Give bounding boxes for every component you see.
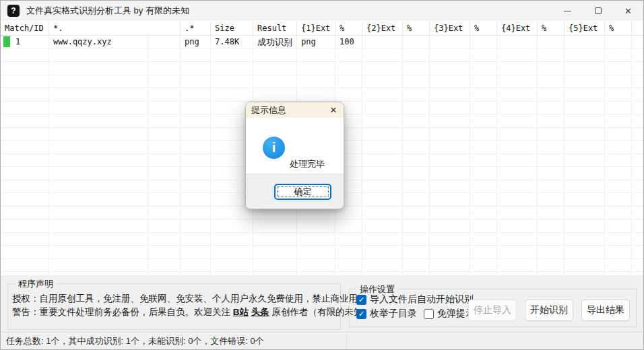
table-cell: png: [297, 36, 335, 48]
dialog-title: 提示信息: [251, 104, 286, 116]
ok-button[interactable]: 确定: [274, 184, 331, 200]
maximize-button[interactable]: [583, 1, 613, 21]
toutiao-link[interactable]: 头条: [251, 307, 269, 317]
table-header: Match/ID*..*SizeResult{1}Ext%{2}Ext%{3}E…: [1, 21, 643, 36]
empty-row: [1, 88, 643, 102]
column-header-4[interactable]: Result: [253, 21, 297, 35]
column-header-11[interactable]: {4}Ext: [497, 21, 538, 35]
export-results-button[interactable]: 导出结果: [581, 300, 630, 321]
empty-row: [1, 62, 643, 75]
empty-row: [1, 272, 643, 275]
declaration-groupbox: 程序声明 授权：自用原创工具，免注册、免联网、免安装、个人用户永久免费使用，禁止…: [7, 283, 341, 330]
statusbar-separator: [346, 335, 347, 347]
checkbox-label: 导入文件后自动开始识别: [370, 293, 474, 306]
stop-import-button[interactable]: 停止导入: [468, 300, 517, 321]
dialog-message: 处理完毕: [290, 158, 325, 170]
checkbox-icon: [424, 309, 434, 319]
status-text: 任务总数: 1个，其中成功识别: 1个，未能识别: 0个，文件错误: 0个: [6, 335, 264, 347]
empty-row: [1, 259, 643, 273]
checkbox-enum-subdir[interactable]: ✓ 枚举子目录: [356, 308, 417, 320]
table-cell: [565, 36, 605, 48]
close-icon: ✕: [330, 105, 337, 115]
dialog-body: i 处理完毕: [246, 118, 344, 175]
dialog-close-button[interactable]: ✕: [323, 102, 344, 118]
checkbox-label: 枚举子目录: [370, 308, 417, 320]
column-header-14[interactable]: %: [605, 21, 632, 35]
bilibili-link[interactable]: B站: [233, 307, 249, 317]
column-header-7[interactable]: {2}Ext: [362, 21, 403, 35]
checkbox-icon: ✓: [356, 295, 366, 305]
close-button[interactable]: ✕: [613, 1, 643, 21]
column-header-0[interactable]: Match/ID: [1, 21, 49, 35]
info-icon: i: [263, 137, 285, 159]
authorization-line: 授权：自用原创工具，免注册、免联网、免安装、个人用户永久免费使用，禁止商业用途: [12, 292, 340, 306]
window-controls: ✕: [552, 1, 643, 21]
checkbox-row-1: ✓ 导入文件后自动开始识别: [356, 294, 480, 305]
table-cell: [362, 36, 403, 48]
table-row[interactable]: 1www.qqzy.xyzpng7.48K成功识别png100: [1, 36, 643, 49]
close-icon: ✕: [624, 6, 632, 16]
column-header-8[interactable]: %: [403, 21, 430, 35]
warning-line: 警告：重要文件处理前务必备份，后果自负。欢迎关注 B站 头条 原创作者（有限的未…: [12, 306, 340, 319]
titlebar: ? 文件真实格式识别分析工具 by 有限的未知 ✕: [1, 1, 643, 21]
table-cell: 成功识别: [253, 36, 297, 48]
column-header-12[interactable]: %: [538, 21, 565, 35]
app-icon: ?: [7, 5, 20, 17]
status-swatch: [3, 36, 10, 47]
column-header-3[interactable]: Size: [211, 21, 253, 35]
empty-row: [1, 246, 643, 259]
column-header-2[interactable]: .*: [181, 21, 211, 35]
table-cell: 1: [1, 36, 49, 48]
table-cell: [403, 36, 430, 48]
table-cell: [538, 36, 565, 48]
declaration-legend: 程序声明: [15, 278, 57, 290]
checkbox-row-2: ✓ 枚举子目录 免弹提示: [356, 308, 482, 319]
minimize-button[interactable]: [552, 1, 583, 21]
empty-row: [1, 233, 643, 246]
empty-row: [1, 219, 643, 233]
column-header-13[interactable]: {5}Ext: [565, 21, 605, 35]
start-recognize-button[interactable]: 开始识别: [525, 300, 573, 321]
dialog-titlebar: 提示信息 ✕: [246, 102, 344, 118]
declaration-text: 授权：自用原创工具，免注册、免联网、免安装、个人用户永久免费使用，禁止商业用途 …: [8, 284, 340, 319]
checkbox-auto-start[interactable]: ✓ 导入文件后自动开始识别: [356, 293, 474, 306]
column-header-6[interactable]: %: [335, 21, 362, 35]
message-dialog: 提示信息 ✕ i 处理完毕 确定: [245, 102, 344, 209]
table-cell: 100: [335, 36, 362, 48]
table-cell: [605, 36, 632, 48]
dialog-footer: 确定: [246, 174, 344, 209]
table-cell: [470, 36, 497, 48]
window-title: 文件真实格式识别分析工具 by 有限的未知: [26, 5, 189, 17]
table-cell: www.qqzy.xyz: [49, 36, 181, 48]
settings-groupbox: 操作设置 ✓ 导入文件后自动开始识别 ✓ 枚举子目录 免弹提示 停止导入 开始识…: [349, 289, 637, 327]
table-cell: [497, 36, 538, 48]
column-header-9[interactable]: {3}Ext: [430, 21, 470, 35]
table-cell: [430, 36, 470, 48]
checkbox-no-popup[interactable]: 免弹提示: [424, 308, 475, 320]
empty-row: [1, 49, 643, 63]
maximize-icon: [595, 7, 602, 14]
table-cell: 7.48K: [211, 36, 253, 48]
app-window: ? 文件真实格式识别分析工具 by 有限的未知 ✕ Match/ID*..*Si…: [0, 0, 644, 350]
status-bar: 任务总数: 1个，其中成功识别: 1个，未能识别: 0个，文件错误: 0个: [1, 332, 643, 349]
column-header-10[interactable]: %: [470, 21, 497, 35]
column-header-5[interactable]: {1}Ext: [297, 21, 335, 35]
checkbox-icon: ✓: [356, 309, 366, 319]
minimize-icon: [564, 11, 571, 11]
table-cell: png: [181, 36, 211, 48]
grid-line: [148, 36, 148, 275]
column-header-1[interactable]: *.: [49, 21, 181, 35]
empty-row: [1, 75, 643, 89]
question-icon: ?: [11, 6, 15, 15]
